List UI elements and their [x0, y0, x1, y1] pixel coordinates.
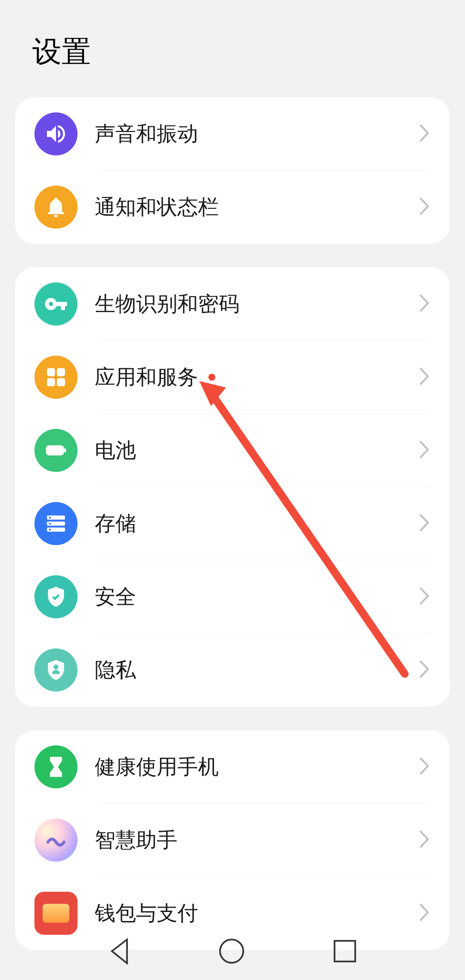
notification-dot [208, 374, 215, 381]
chevron-right-icon [418, 586, 431, 608]
settings-row-smart-assistant[interactable]: 智慧助手 [15, 803, 450, 877]
hourglass-icon [34, 745, 78, 788]
bell-icon [34, 186, 78, 229]
chevron-right-icon [418, 293, 431, 315]
svg-point-16 [220, 940, 243, 963]
chevron-right-icon [418, 513, 431, 534]
svg-point-9 [49, 517, 51, 519]
settings-row-privacy[interactable]: 隐私 [15, 633, 450, 707]
privacy-icon [34, 648, 78, 692]
nav-home-button[interactable] [218, 937, 246, 967]
settings-row-digital-wellbeing[interactable]: 健康使用手机 [15, 730, 450, 803]
nav-back-button[interactable] [108, 937, 131, 967]
chevron-right-icon [418, 440, 431, 461]
svg-point-12 [53, 664, 59, 670]
chevron-right-icon [418, 123, 431, 145]
svg-rect-5 [64, 448, 66, 452]
page-title: 设置 [0, 0, 465, 97]
settings-row-sound-vibration[interactable]: 声音和振动 [15, 97, 450, 171]
svg-rect-17 [335, 941, 355, 961]
volume-icon [34, 112, 78, 155]
row-label: 安全 [95, 583, 418, 611]
row-label: 生物识别和密码 [95, 290, 418, 318]
svg-rect-1 [57, 368, 65, 376]
settings-row-biometrics-password[interactable]: 生物识别和密码 [15, 267, 450, 341]
svg-rect-3 [57, 378, 65, 386]
row-label: 存储 [95, 510, 418, 537]
grid-icon [34, 356, 78, 399]
settings-group-media: 声音和振动通知和状态栏 [15, 97, 450, 244]
svg-point-10 [49, 523, 51, 525]
storage-icon [34, 502, 78, 545]
chevron-right-icon [418, 366, 431, 388]
settings-row-battery[interactable]: 电池 [15, 414, 450, 487]
chevron-right-icon [418, 829, 431, 851]
chevron-right-icon [418, 756, 431, 778]
navigation-bar [0, 924, 465, 980]
row-label: 钱包与支付 [95, 899, 418, 927]
nav-recent-button[interactable] [332, 939, 357, 965]
row-label: 通知和状态栏 [95, 193, 418, 221]
svg-point-11 [49, 529, 51, 531]
key-icon [34, 282, 78, 326]
settings-group-security-apps: 生物识别和密码应用和服务电池存储安全隐私 [15, 267, 450, 707]
settings-row-storage[interactable]: 存储 [15, 487, 450, 560]
settings-group-assistant-payment: 健康使用手机智慧助手HUAWEI钱包与支付 [15, 730, 450, 950]
assistant-icon [34, 819, 78, 862]
svg-rect-2 [47, 378, 55, 386]
svg-rect-4 [46, 445, 64, 455]
row-label: 智慧助手 [95, 826, 418, 854]
chevron-right-icon [418, 196, 431, 218]
row-label: 声音和振动 [95, 120, 418, 148]
settings-row-apps-services[interactable]: 应用和服务 [15, 341, 450, 414]
row-label: 健康使用手机 [95, 753, 418, 781]
chevron-right-icon [418, 659, 431, 681]
chevron-right-icon [418, 902, 431, 924]
settings-row-security[interactable]: 安全 [15, 560, 450, 633]
row-label: 应用和服务 [95, 363, 418, 391]
row-label: 隐私 [95, 656, 418, 684]
shield-icon [34, 575, 78, 618]
battery-icon [34, 429, 78, 472]
settings-row-notifications-statusbar[interactable]: 通知和状态栏 [15, 171, 450, 244]
svg-rect-0 [47, 368, 55, 376]
row-label: 电池 [95, 437, 418, 464]
